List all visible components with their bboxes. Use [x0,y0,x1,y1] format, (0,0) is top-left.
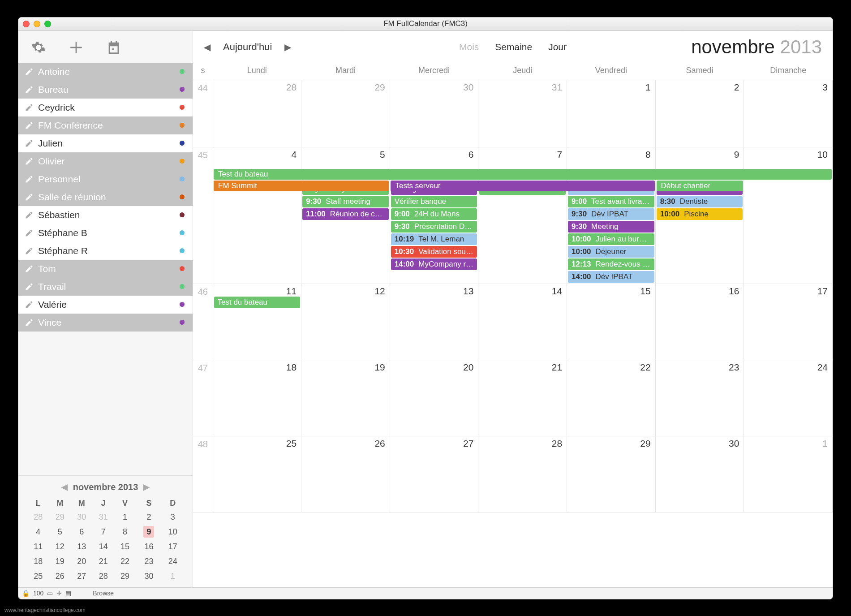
calendar-item[interactable]: Salle de réunion [18,188,193,206]
event[interactable]: 9:30Dèv IPBAT [568,208,654,220]
day-cell[interactable]: 4 [213,147,301,284]
day-cell[interactable]: 30 [390,80,478,147]
mini-day[interactable]: 25 [27,569,49,584]
multi-day-event[interactable]: Test du bateau [214,169,832,180]
calendar-item[interactable]: Tom [18,260,193,278]
event[interactable]: 10:00Déjeuner [568,246,654,258]
today-button[interactable]: Aujourd'hui [223,41,272,53]
mini-next-button[interactable]: ▶ [143,482,150,492]
mini-day[interactable]: 22 [114,554,136,569]
day-cell[interactable]: 23 [655,360,744,436]
day-cell[interactable]: 29 [567,436,656,513]
mini-day[interactable]: 20 [71,554,92,569]
day-cell[interactable]: 18 [213,360,301,436]
calendar-item[interactable]: Travail [18,278,193,296]
add-icon[interactable] [69,40,84,57]
multi-day-event[interactable]: Tests serveur [391,181,654,191]
layout-icon[interactable]: ▤ [65,590,71,597]
day-cell[interactable]: 27 [390,436,478,513]
multi-day-event[interactable]: Début chantier [657,181,744,191]
day-cell[interactable]: 79:30Rdv avec Thomas Dupont [478,147,567,284]
calendar-item[interactable]: Olivier [18,152,193,170]
day-cell[interactable]: 14 [478,284,567,360]
calendar-item[interactable]: Stéphane B [18,224,193,242]
event[interactable]: 14:00MyCompany rdv chez eux [391,258,477,270]
mini-day[interactable]: 31 [92,510,114,525]
calendar-item[interactable]: Bureau [18,81,193,99]
settings-icon[interactable] [31,40,46,57]
day-cell[interactable]: 9Modif. serveur8:30Dentiste10:00Piscine [655,147,744,284]
mini-day[interactable]: 14 [92,539,114,554]
mini-day[interactable]: 26 [49,569,70,584]
calendar-item[interactable]: Sébastien [18,206,193,224]
mini-day[interactable]: 4 [27,525,49,539]
day-cell[interactable]: 16 [655,284,744,360]
mini-day[interactable]: 5 [49,525,70,539]
day-cell[interactable]: 22 [567,360,656,436]
mini-day[interactable]: 15 [114,539,136,554]
mini-day[interactable]: 2 [136,510,162,525]
mini-prev-button[interactable]: ◀ [61,482,68,492]
mini-day[interactable]: 16 [136,539,162,554]
day-cell[interactable]: 29 [301,80,390,147]
mini-day[interactable]: 18 [27,554,49,569]
calendar-today-icon[interactable]: 31 [106,40,121,57]
day-cell[interactable]: 13 [390,284,478,360]
mini-day[interactable]: 30 [136,569,162,584]
mini-day[interactable]: 17 [162,539,184,554]
next-period-button[interactable]: ▶ [284,42,291,52]
mini-day[interactable]: 28 [27,510,49,525]
mini-day[interactable]: 30 [71,510,92,525]
view-day-button[interactable]: Jour [548,42,567,52]
mini-day[interactable]: 29 [114,569,136,584]
mini-day[interactable]: 24 [162,554,184,569]
mini-day[interactable]: 28 [92,569,114,584]
mini-day[interactable]: 1 [162,569,184,584]
calendar-item[interactable]: FM Conférence [18,116,193,134]
event[interactable]: 11:00Réunion de chantier [302,208,389,220]
event[interactable]: 9:30Meeting [568,221,654,233]
calendar-item[interactable]: Valérie [18,296,193,314]
day-cell[interactable]: 19 [301,360,390,436]
mini-day[interactable]: 11 [27,539,49,554]
calendar-item[interactable]: Julien [18,134,193,152]
day-cell[interactable]: 15 [567,284,656,360]
mini-day[interactable]: 3 [162,510,184,525]
zoom-out-icon[interactable]: ▭ [47,590,53,597]
mini-day[interactable]: 19 [49,554,70,569]
zoom-in-icon[interactable]: ✛ [56,590,62,597]
event[interactable]: 10:00Piscine [657,208,743,220]
event[interactable]: Test du bateau [214,297,301,308]
mini-day[interactable]: 12 [49,539,70,554]
mini-day[interactable]: 13 [71,539,92,554]
event[interactable]: 8:30Dentiste [657,196,743,207]
day-cell[interactable]: 28 [213,80,301,147]
mini-day[interactable]: 27 [71,569,92,584]
view-month-button[interactable]: Mois [459,42,479,52]
day-cell[interactable]: 24 [744,360,833,436]
mini-day[interactable]: 29 [49,510,70,525]
day-cell[interactable]: 25 [213,436,301,513]
mini-day[interactable]: 21 [92,554,114,569]
calendar-item[interactable]: Vince [18,314,193,332]
day-cell[interactable]: 31 [478,80,567,147]
event[interactable]: 9:30Présentation Délégation du Québec [391,221,477,233]
day-cell[interactable]: 8Test from California9:00Test avant livr… [567,147,656,284]
day-cell[interactable]: 28 [478,436,567,513]
calendar-item[interactable]: Ceydrick [18,99,193,116]
day-cell[interactable]: 2 [655,80,744,147]
day-cell[interactable]: 26 [301,436,390,513]
day-cell[interactable]: 30 [655,436,744,513]
event[interactable]: 14:00Dèv IPBAT [568,271,654,283]
day-cell[interactable]: 20 [390,360,478,436]
day-cell[interactable]: 6Config serveurVérifier banque9:0024H du… [390,147,478,284]
event[interactable]: 10:19Tel M. Leman [391,233,477,245]
mini-day[interactable]: 1 [114,510,136,525]
multi-day-event[interactable]: FM Summit [214,181,389,191]
event[interactable]: 9:30Staff meeting [302,196,389,207]
day-cell[interactable]: 5Payer le loyer9:30Staff meeting11:00Réu… [301,147,390,284]
view-week-button[interactable]: Semaine [495,42,532,52]
day-cell[interactable]: 1 [567,80,656,147]
calendar-item[interactable]: Personnel [18,170,193,188]
event[interactable]: Vérifier banque [391,196,477,207]
